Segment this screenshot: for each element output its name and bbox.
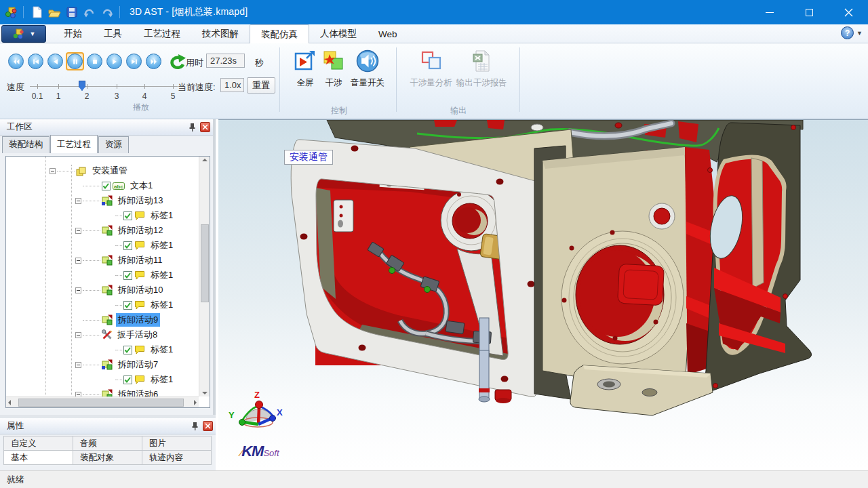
tree-expander[interactable]	[75, 258, 81, 264]
property-tab-装配对象[interactable]: 装配对象	[73, 450, 142, 465]
app-logo-icon[interactable]	[3, 4, 18, 20]
play-backward-button[interactable]	[46, 52, 64, 70]
tree-item-label[interactable]: 拆卸活动9	[116, 313, 160, 327]
checkbox-checked-icon[interactable]	[123, 301, 132, 310]
new-document-icon[interactable]	[28, 4, 44, 20]
chevron-down-icon[interactable]: ▼	[856, 30, 863, 37]
tree-item-label[interactable]: 标签1	[149, 268, 175, 282]
tree-item-扳手活动8[interactable]: 扳手活动8	[75, 327, 159, 342]
tree-expander[interactable]	[75, 332, 81, 338]
tree-expander[interactable]	[75, 198, 81, 204]
workspace-tab-工艺过程[interactable]: 工艺过程	[50, 135, 98, 153]
tree-item-拆卸活动12[interactable]: 拆卸活动12	[75, 223, 165, 238]
property-tab-轨迹内容[interactable]: 轨迹内容	[142, 450, 212, 465]
process-tree[interactable]: 安装通管abc文本1拆卸活动13标签1拆卸活动12标签1拆卸活动11标签1拆卸活…	[5, 156, 210, 408]
tab-技术图解[interactable]: 技术图解	[191, 24, 250, 43]
loop-button[interactable]	[168, 54, 186, 70]
scrollbar-thumb[interactable]	[201, 224, 209, 302]
tree-item-label[interactable]: 拆卸活动10	[116, 283, 165, 297]
tree-item-label[interactable]: 扳手活动8	[115, 328, 159, 342]
tree-item-拆卸活动7[interactable]: 拆卸活动7	[75, 357, 160, 372]
step-backward-button[interactable]	[26, 52, 45, 70]
tree-item-标签1[interactable]: 标签1	[108, 372, 175, 387]
pin-icon[interactable]	[188, 123, 197, 132]
tree-item-label[interactable]: 标签1	[149, 343, 175, 357]
tree-item-标签1[interactable]: 标签1	[108, 342, 175, 357]
tree-item-label[interactable]: 文本1	[128, 179, 155, 192]
close-icon[interactable]	[200, 122, 210, 132]
3d-viewport[interactable]: 安装通管 Z X Y ⁄KMSoft	[218, 119, 868, 470]
export-report-button[interactable]: 输出干涉报告	[456, 43, 507, 100]
minimize-button[interactable]	[750, 0, 789, 24]
tree-item-label[interactable]: 拆卸活动13	[116, 194, 165, 207]
speed-slider-thumb[interactable]	[79, 81, 85, 91]
tree-item-拆卸活动11[interactable]: 拆卸活动11	[75, 253, 165, 268]
checkbox-checked-icon[interactable]	[123, 241, 132, 250]
tab-开始[interactable]: 开始	[53, 24, 93, 43]
tree-item-文本1[interactable]: abc文本1	[75, 178, 155, 193]
tree-expander[interactable]	[75, 362, 81, 368]
tree-item-标签1[interactable]: 标签1	[108, 208, 175, 223]
property-tab-图片[interactable]: 图片	[142, 436, 212, 451]
step-forward-button[interactable]	[125, 52, 143, 70]
tab-人体模型[interactable]: 人体模型	[309, 24, 368, 43]
tree-item-拆卸活动9[interactable]: 拆卸活动9	[75, 312, 160, 327]
tree-expander[interactable]	[50, 168, 56, 174]
tree-item-标签1[interactable]: 标签1	[108, 238, 175, 253]
tree-item-label[interactable]: 拆卸活动12	[116, 224, 165, 237]
property-tab-音频[interactable]: 音频	[73, 436, 142, 451]
volume-button[interactable]: 音量开关	[351, 43, 384, 100]
tree-vertical-scrollbar[interactable]	[199, 157, 210, 396]
checkbox-checked-icon[interactable]	[123, 271, 132, 280]
undo-icon[interactable]	[81, 4, 97, 20]
app-menu-button[interactable]: ▼	[1, 25, 46, 43]
interference-button[interactable]: 干涉	[322, 43, 345, 100]
pin-icon[interactable]	[191, 422, 199, 431]
maximize-button[interactable]	[789, 0, 829, 24]
fullscreen-icon	[294, 49, 317, 75]
close-icon[interactable]	[203, 421, 213, 431]
tab-装配仿真[interactable]: 装配仿真	[250, 24, 309, 43]
tree-item-label[interactable]: 安装通管	[90, 164, 130, 178]
save-icon[interactable]	[64, 4, 79, 20]
tree-item-label[interactable]: 拆卸活动11	[116, 253, 165, 267]
scrollbar-thumb[interactable]	[18, 399, 184, 407]
tree-expander[interactable]	[75, 228, 81, 234]
close-button[interactable]	[829, 0, 868, 24]
tree-item-label[interactable]: 拆卸活动7	[116, 358, 160, 371]
tab-Web[interactable]: Web	[368, 24, 408, 43]
play-button[interactable]	[105, 52, 123, 70]
tab-工具[interactable]: 工具	[93, 24, 133, 43]
property-tab-基本[interactable]: 基本	[3, 450, 73, 465]
tree-item-安装通管[interactable]: 安装通管	[50, 163, 130, 178]
reset-button[interactable]: 重置	[247, 77, 275, 94]
skip-start-button[interactable]	[7, 52, 25, 70]
fullscreen-button[interactable]: 全屏	[294, 43, 317, 100]
tab-工艺过程[interactable]: 工艺过程	[133, 24, 191, 43]
tree-item-拆卸活动10[interactable]: 拆卸活动10	[75, 283, 165, 298]
stop-button[interactable]	[85, 52, 104, 70]
tree-expander[interactable]	[75, 287, 81, 293]
tree-item-标签1[interactable]: 标签1	[108, 268, 175, 283]
workspace-tab-装配结构[interactable]: 装配结构	[2, 136, 50, 153]
pause-button[interactable]	[66, 52, 84, 70]
property-tab-自定义[interactable]: 自定义	[3, 436, 73, 451]
checkbox-checked-icon[interactable]	[123, 375, 132, 384]
redo-icon[interactable]	[99, 4, 115, 20]
speed-slider[interactable]	[30, 86, 178, 87]
checkbox-checked-icon[interactable]	[123, 211, 132, 220]
tree-horizontal-scrollbar[interactable]	[6, 396, 199, 407]
workspace-tab-资源[interactable]: 资源	[98, 136, 129, 153]
checkbox-checked-icon[interactable]	[102, 182, 111, 190]
tree-item-label[interactable]: 标签1	[149, 239, 175, 252]
tree-item-label[interactable]: 标签1	[149, 298, 175, 312]
tree-item-标签1[interactable]: 标签1	[108, 298, 175, 312]
help-icon[interactable]: ?	[841, 26, 854, 39]
tree-item-拆卸活动13[interactable]: 拆卸活动13	[75, 193, 165, 208]
skip-end-button[interactable]	[144, 52, 163, 70]
open-folder-icon[interactable]	[46, 4, 62, 20]
interference-analysis-button[interactable]: 干涉量分析	[410, 43, 452, 100]
tree-item-label[interactable]: 标签1	[149, 209, 175, 222]
tree-item-label[interactable]: 标签1	[149, 373, 175, 386]
checkbox-checked-icon[interactable]	[123, 346, 132, 354]
